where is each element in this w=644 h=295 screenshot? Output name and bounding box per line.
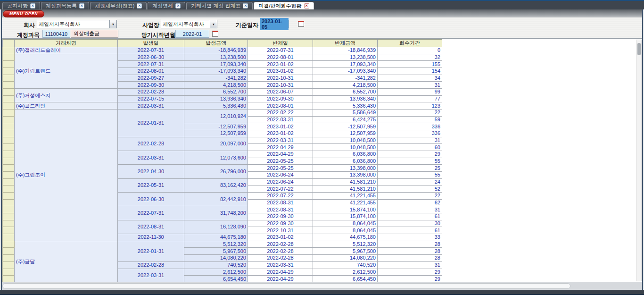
issue-amount-cell[interactable]: 26,796,000: [184, 165, 248, 178]
settle-date-cell[interactable]: 2023-01-02: [248, 61, 313, 68]
issue-date-cell[interactable]: 2022-05-31: [118, 178, 184, 192]
row-selector[interactable]: [3, 193, 15, 200]
issue-date-cell[interactable]: 2022-09-30: [118, 82, 184, 89]
issue-amount-cell[interactable]: 4,218,500: [184, 82, 248, 89]
tab-close-icon[interactable]: ×: [79, 3, 84, 8]
collection-days-cell[interactable]: 77: [378, 95, 442, 102]
row-selector[interactable]: [3, 185, 15, 193]
collection-days-cell[interactable]: 34: [378, 75, 442, 82]
row-selector[interactable]: [3, 261, 15, 269]
settle-date-cell[interactable]: 2022-06-07: [248, 89, 313, 96]
period-start-input[interactable]: 2022-01: [175, 30, 209, 38]
row-selector[interactable]: [3, 199, 15, 206]
settle-date-cell[interactable]: 2023-01-02: [248, 130, 313, 137]
issue-amount-cell[interactable]: 12,073,600: [184, 151, 248, 165]
settle-date-cell[interactable]: 2022-10-31: [248, 82, 313, 89]
collection-days-cell[interactable]: 28: [378, 248, 442, 255]
collection-days-cell[interactable]: 61: [378, 213, 442, 220]
issue-amount-cell[interactable]: 14,080,220: [184, 255, 248, 262]
tab-6[interactable]: 미결/반제회수현황×: [254, 2, 314, 9]
settle-amount-cell[interactable]: 17,093,340: [313, 61, 378, 68]
issue-amount-cell[interactable]: 17,093,340: [184, 61, 248, 68]
row-selector[interactable]: [3, 158, 15, 165]
collection-days-cell[interactable]: 123: [378, 102, 442, 110]
company-select[interactable]: 제일저지주식회사 ▼: [37, 20, 117, 28]
row-selector[interactable]: [3, 75, 15, 82]
settle-date-cell[interactable]: 2022-08-01: [248, 102, 313, 110]
issue-date-cell[interactable]: 2022-01-31: [118, 241, 184, 261]
settle-amount-cell[interactable]: 8,064,045: [313, 220, 378, 227]
row-selector[interactable]: [3, 89, 15, 96]
column-header[interactable]: 반제일: [248, 40, 313, 47]
collection-days-cell[interactable]: 31: [378, 82, 442, 89]
issue-date-cell[interactable]: 2022-06-30: [118, 193, 184, 206]
row-selector[interactable]: [3, 241, 15, 248]
settle-amount-cell[interactable]: 15,874,100: [313, 206, 378, 213]
collection-days-cell[interactable]: 59: [378, 116, 442, 123]
settle-date-cell[interactable]: 2022-09-30: [248, 213, 313, 220]
collection-days-cell[interactable]: 154: [378, 68, 442, 75]
row-selector[interactable]: [3, 61, 15, 68]
settle-date-cell[interactable]: 2022-02-28: [248, 248, 313, 255]
settle-date-cell[interactable]: 2022-04-29: [248, 276, 313, 282]
collection-days-cell[interactable]: 0: [378, 47, 442, 54]
row-selector[interactable]: [3, 178, 15, 185]
settle-amount-cell[interactable]: 5,586,649: [313, 110, 378, 117]
row-selector[interactable]: [3, 151, 15, 158]
vendor-cell[interactable]: (주)골드라인: [15, 102, 118, 110]
collection-days-cell[interactable]: 29: [378, 269, 442, 276]
settle-date-cell[interactable]: 2022-04-29: [248, 144, 313, 151]
issue-date-cell[interactable]: 2022-08-01: [118, 68, 184, 75]
settle-date-cell[interactable]: 2022-08-31: [248, 206, 313, 213]
row-selector[interactable]: [3, 95, 15, 102]
row-selector[interactable]: [3, 234, 15, 241]
calendar-icon[interactable]: [212, 31, 218, 37]
issue-amount-cell[interactable]: 12,010,924: [184, 110, 248, 123]
issue-date-cell[interactable]: 2022-03-31: [118, 151, 184, 165]
settle-date-cell[interactable]: 2022-07-22: [248, 185, 313, 193]
settle-amount-cell[interactable]: 14,080,220: [313, 255, 378, 262]
issue-date-cell[interactable]: 2022-11-30: [118, 234, 184, 241]
settle-amount-cell[interactable]: 13,398,000: [313, 165, 378, 172]
vendor-cell[interactable]: (주)갤러리드슬레이: [15, 47, 118, 54]
settle-amount-cell[interactable]: -12,507,959: [313, 123, 378, 130]
row-selector[interactable]: [3, 276, 15, 282]
vendor-cell[interactable]: (주)거림트렌드: [15, 54, 118, 88]
row-selector[interactable]: [3, 110, 15, 117]
tab-close-icon[interactable]: ×: [137, 3, 142, 8]
settle-amount-cell[interactable]: 740,520: [313, 261, 378, 269]
settle-amount-cell[interactable]: -17,093,340: [313, 68, 378, 75]
settle-date-cell[interactable]: 2022-06-24: [248, 172, 313, 179]
settle-amount-cell[interactable]: 10,048,500: [313, 137, 378, 144]
settle-date-cell[interactable]: 2022-04-29: [248, 269, 313, 276]
vertical-scrollbar[interactable]: [636, 40, 642, 281]
menu-open-button[interactable]: MENU OPEN: [3, 10, 44, 17]
account-code-input[interactable]: 11100410: [42, 30, 70, 38]
issue-amount-cell[interactable]: -18,846,939: [184, 47, 248, 54]
issue-amount-cell[interactable]: 16,128,090: [184, 220, 248, 234]
settle-amount-cell[interactable]: -18,846,939: [313, 47, 378, 54]
settle-amount-cell[interactable]: 13,238,500: [313, 54, 378, 61]
settle-amount-cell[interactable]: 44,675,180: [313, 234, 378, 241]
collection-days-cell[interactable]: 62: [378, 199, 442, 206]
collection-days-cell[interactable]: 32: [378, 54, 442, 61]
settle-amount-cell[interactable]: 4,218,500: [313, 82, 378, 89]
issue-amount-cell[interactable]: 83,162,420: [184, 178, 248, 192]
tab-5[interactable]: 거래처별 계정 집계표×: [186, 2, 253, 9]
tab-close-icon[interactable]: ×: [243, 3, 248, 8]
settle-date-cell[interactable]: 2022-08-01: [248, 54, 313, 61]
issue-amount-cell[interactable]: 13,238,500: [184, 54, 248, 61]
settle-amount-cell[interactable]: 15,874,100: [313, 213, 378, 220]
tab-close-icon[interactable]: ×: [304, 3, 309, 8]
settle-amount-cell[interactable]: 5,336,430: [313, 102, 378, 110]
tab-1[interactable]: 공지사항×: [2, 2, 40, 9]
collection-days-cell[interactable]: 22: [378, 193, 442, 200]
settle-amount-cell[interactable]: 6,424,275: [313, 116, 378, 123]
collection-days-cell[interactable]: 60: [378, 144, 442, 151]
settle-amount-cell[interactable]: 13,398,000: [313, 172, 378, 179]
issue-amount-cell[interactable]: 44,675,180: [184, 234, 248, 241]
row-selector[interactable]: [3, 130, 15, 137]
collection-days-cell[interactable]: 31: [378, 137, 442, 144]
issue-amount-cell[interactable]: 31,748,200: [184, 206, 248, 220]
vendor-cell[interactable]: (주)그린조이: [15, 110, 118, 241]
